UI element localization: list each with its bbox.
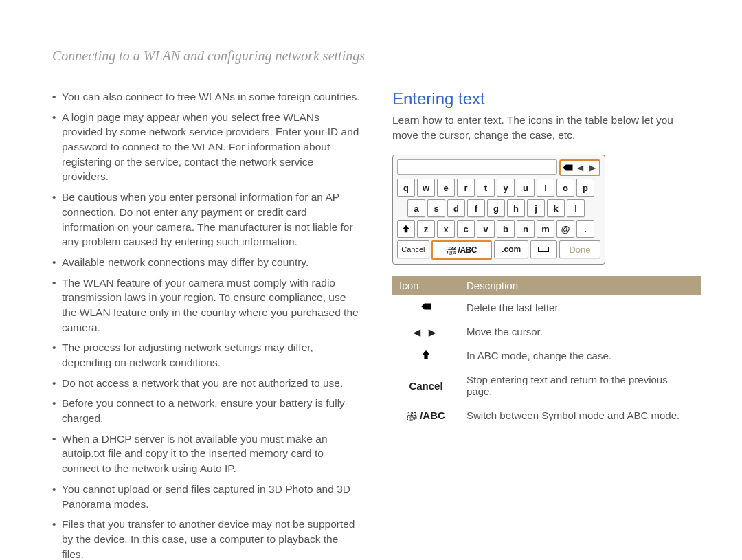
section-heading: Entering text [392, 89, 701, 109]
key[interactable]: v [477, 220, 495, 238]
key[interactable]: g [487, 199, 505, 217]
key[interactable]: j [527, 199, 545, 217]
symbol-abc-icon: 123 !@# /ABC [407, 410, 445, 421]
key[interactable]: t [477, 179, 495, 197]
bullet-item: When a DHCP server is not available you … [52, 432, 361, 476]
cursor-arrows-icon: ◀ ▶ [414, 327, 438, 337]
bullet-item: Before you connect to a network, ensure … [52, 396, 361, 425]
table-desc: Stop entering text and return to the pre… [460, 368, 701, 403]
space-icon [538, 247, 549, 252]
shift-key[interactable] [397, 220, 415, 238]
section-intro: Learn how to enter text. The icons in th… [392, 113, 701, 142]
table-desc: Switch between Symbol mode and ABC mode. [460, 403, 701, 427]
done-key[interactable]: Done [559, 240, 600, 258]
table-desc: In ABC mode, change the case. [460, 344, 701, 368]
table-desc: Move the cursor. [460, 320, 701, 344]
table-row: ◀ ▶ Move the cursor. [392, 320, 701, 344]
left-column: You can also connect to free WLANs in so… [52, 89, 361, 560]
bullet-item: The process for adjusting network settin… [52, 340, 361, 370]
dotcom-key[interactable]: .com [494, 240, 528, 258]
space-key[interactable] [530, 240, 557, 258]
cursor-left-key[interactable]: ◀ [574, 161, 586, 174]
bullet-item: Do not access a network that you are not… [52, 376, 361, 391]
key[interactable]: s [427, 199, 445, 217]
sym-sub: !@# [447, 249, 456, 256]
key[interactable]: f [467, 199, 485, 217]
key[interactable]: p [576, 179, 594, 197]
key[interactable]: l [567, 199, 585, 217]
cancel-key[interactable]: Cancel [397, 240, 429, 258]
key[interactable]: q [397, 179, 415, 197]
key[interactable]: n [517, 220, 535, 238]
key[interactable]: x [437, 220, 455, 238]
key[interactable]: w [417, 179, 435, 197]
table-row: 123 !@# /ABC Switch between Symbol mode … [392, 403, 701, 427]
bullet-item: A login page may appear when you select … [52, 110, 361, 184]
cursor-right-key[interactable]: ▶ [586, 161, 598, 174]
key[interactable]: k [547, 199, 565, 217]
onscreen-keyboard: ◀ ▶ q w e r t y u i o p a s d f [392, 155, 605, 265]
table-row: In ABC mode, change the case. [392, 344, 701, 368]
bullet-item: You cannot upload or send files captured… [52, 482, 361, 511]
bullet-item: Available network connections may differ… [52, 255, 361, 270]
page-title: Connecting to a WLAN and configuring net… [52, 48, 701, 67]
key[interactable]: . [576, 220, 594, 238]
nav-key-group: ◀ ▶ [559, 159, 600, 176]
bullet-list: You can also connect to free WLANs in so… [52, 89, 361, 560]
table-header-desc: Description [460, 276, 701, 295]
key[interactable]: i [537, 179, 554, 197]
backspace-key[interactable] [561, 161, 574, 174]
icon-table: Icon Description Delete the last letter.… [392, 276, 701, 427]
table-row: Cancel Stop entering text and return to … [392, 368, 701, 403]
key[interactable]: y [497, 179, 515, 197]
key[interactable]: @ [556, 220, 574, 238]
key[interactable]: u [517, 179, 535, 197]
bullet-item: The WLAN feature of your camera must com… [52, 276, 361, 335]
key[interactable]: h [507, 199, 525, 217]
key[interactable]: r [457, 179, 475, 197]
key[interactable]: z [417, 220, 435, 238]
right-column: Entering text Learn how to enter text. T… [392, 89, 701, 560]
bullet-item: Be cautious when you enter personal info… [52, 190, 361, 249]
sym-main: /ABC [456, 245, 477, 255]
bullet-item: You can also connect to free WLANs in so… [52, 89, 361, 104]
table-header-icon: Icon [392, 276, 460, 295]
bullet-item: Files that you transfer to another devic… [52, 517, 361, 560]
text-input[interactable] [397, 159, 557, 175]
key[interactable]: o [556, 179, 574, 197]
symbol-abc-key[interactable]: 123 !@# /ABC [431, 240, 493, 260]
key[interactable]: e [437, 179, 455, 197]
key[interactable]: d [447, 199, 465, 217]
key[interactable]: c [457, 220, 475, 238]
cancel-label: Cancel [392, 368, 460, 403]
key[interactable]: a [407, 199, 425, 217]
table-row: Delete the last letter. [392, 295, 701, 320]
backspace-icon [420, 302, 432, 313]
shift-icon [420, 350, 432, 361]
key[interactable]: m [537, 220, 554, 238]
table-desc: Delete the last letter. [460, 295, 701, 320]
key[interactable]: b [497, 220, 515, 238]
